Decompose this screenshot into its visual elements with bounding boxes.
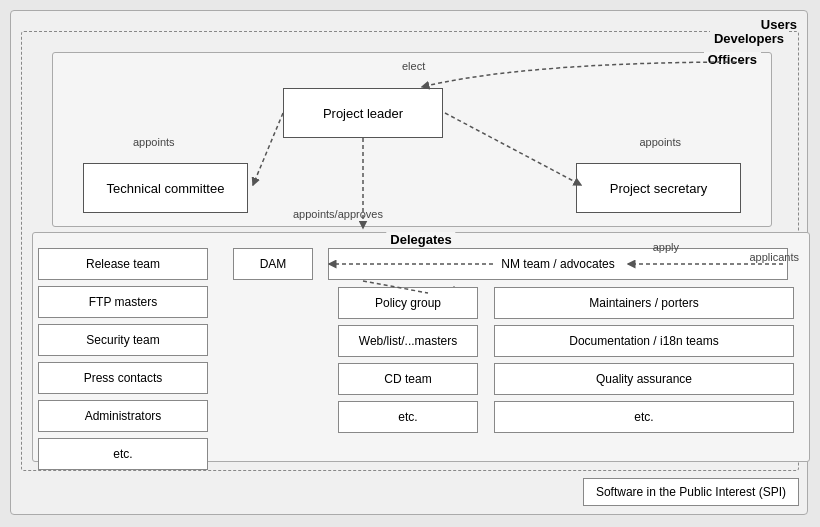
svg-line-0 — [253, 113, 283, 185]
nm-team-label: NM team / advocates — [501, 257, 614, 271]
spi-box: Software in the Public Interest (SPI) — [583, 478, 799, 506]
press-contacts-box: Press contacts — [38, 362, 208, 394]
quality-assurance-box: Quality assurance — [494, 363, 794, 395]
technical-committee-label: Technical committee — [107, 181, 225, 196]
right-etc-box: etc. — [494, 401, 794, 433]
project-secretary-box: Project secretary — [576, 163, 741, 213]
elect-label: elect — [402, 60, 425, 72]
spi-label: Software in the Public Interest (SPI) — [596, 485, 786, 499]
dam-box: DAM — [233, 248, 313, 280]
web-masters-box: Web/list/...masters — [338, 325, 478, 357]
right-column: Maintainers / porters Documentation / i1… — [494, 287, 804, 439]
nm-team-box: NM team / advocates — [328, 248, 788, 280]
users-label: Users — [761, 17, 797, 32]
officers-box: Officers Project leader Technical commit… — [52, 52, 772, 227]
appoints-left-label: appoints — [133, 136, 175, 148]
officers-label: Officers — [704, 52, 761, 67]
technical-committee-box: Technical committee — [83, 163, 248, 213]
project-leader-box: Project leader — [283, 88, 443, 138]
mid-etc-box: etc. — [338, 401, 478, 433]
documentation-box: Documentation / i18n teams — [494, 325, 794, 357]
administrators-box: Administrators — [38, 400, 208, 432]
svg-line-1 — [445, 113, 581, 185]
maintainers-box: Maintainers / porters — [494, 287, 794, 319]
apply-label: apply — [653, 241, 679, 253]
security-team-box: Security team — [38, 324, 208, 356]
outer-container: Users Developers Officers Project leader… — [10, 10, 808, 515]
appoints-right-label: appoints — [639, 136, 681, 148]
developers-label: Developers — [710, 31, 788, 46]
delegates-box: Delegates Release team FTP masters Secur… — [32, 232, 810, 462]
middle-column: Policy group Web/list/...masters CD team… — [338, 287, 483, 439]
delegates-label: Delegates — [386, 232, 455, 247]
applicants-label: applicants — [749, 251, 799, 263]
cd-team-box: CD team — [338, 363, 478, 395]
left-column: Release team FTP masters Security team P… — [38, 248, 218, 476]
project-secretary-label: Project secretary — [610, 181, 708, 196]
left-etc-box: etc. — [38, 438, 208, 470]
project-leader-label: Project leader — [323, 106, 403, 121]
developers-box: Developers Officers Project leader Techn… — [21, 31, 799, 471]
policy-group-box: Policy group — [338, 287, 478, 319]
ftp-masters-box: FTP masters — [38, 286, 208, 318]
appoints-approves-label: appoints/approves — [293, 208, 383, 220]
release-team-box: Release team — [38, 248, 208, 280]
dam-column: DAM — [233, 248, 323, 286]
